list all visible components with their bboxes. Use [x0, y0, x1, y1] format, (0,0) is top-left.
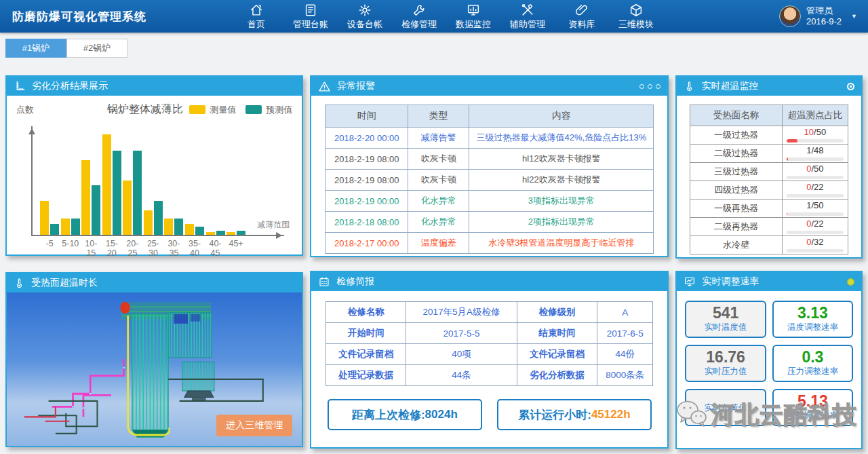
nav-item-home[interactable]: 首页: [239, 3, 274, 31]
nav-item-paperclip[interactable]: 资料库: [564, 3, 599, 31]
surface-name: 一级过热器: [690, 126, 782, 145]
nav-item-cube[interactable]: 三维模块: [618, 3, 654, 31]
bar-group: [163, 122, 184, 235]
nav-item-label: 检修管理: [401, 18, 437, 31]
chart-y-label: 点数: [16, 104, 34, 116]
overtemp-ratio: 10/50: [787, 128, 844, 137]
bar: [164, 219, 173, 235]
rate-label: 实时温度值: [705, 322, 747, 333]
tab-boiler-2[interactable]: #2锅炉: [66, 39, 127, 58]
y-axis: [31, 126, 33, 236]
alarm-row[interactable]: 2018-2-19 08:00吹灰卡顿hl22吹灰器卡顿报警: [326, 170, 654, 191]
bar: [154, 201, 163, 235]
x-axis: [31, 235, 284, 236]
nav-item-tools[interactable]: 辅助管理: [510, 3, 545, 31]
alarm-row[interactable]: 2018-2-17 00:00温度偏差水冷壁3根管道温度明显高于临近管排: [326, 233, 654, 254]
panel-title: 受热面超温时长: [31, 277, 98, 289]
alarm-cell: 2项指标出现异常: [469, 212, 654, 233]
alarm-cell: 2018-2-17 00:00: [326, 233, 408, 254]
rate-card: 16.76实时压力值: [685, 345, 766, 382]
circle-icon: [639, 84, 644, 89]
alarm-cell: 2018-2-19 08:00: [326, 149, 408, 170]
panel-title: 实时超温监控: [701, 80, 758, 92]
panel-rates-header: 实时调整速率: [677, 272, 861, 291]
alarm-row[interactable]: 2018-2-19 00:00化水异常3项指标出现异常: [326, 191, 654, 212]
paperclip-icon: [574, 3, 589, 18]
overtemp-ratio: 1/50: [787, 201, 844, 210]
since-last-maintenance-button[interactable]: 距离上次检修:8024h: [328, 399, 482, 430]
gear-icon: [357, 3, 372, 18]
overtemp-row[interactable]: 一级过热器10/50: [690, 126, 848, 145]
alarms-col-content: 内容: [469, 105, 654, 128]
chart-monitor-icon: [684, 276, 696, 288]
status-dot-icon[interactable]: [847, 278, 854, 286]
rate-card: 3.13温度调整速率: [772, 301, 853, 338]
enter-3d-management-button[interactable]: 进入三维管理: [216, 415, 292, 436]
surface-name: 三级过热器: [690, 163, 782, 181]
maintenance-label: 检修名称: [326, 302, 406, 323]
overtemp-row[interactable]: 三级过热器0/50: [690, 163, 848, 181]
alarm-row[interactable]: 2018-2-18 08:00化水异常2项指标出现异常: [326, 212, 654, 233]
maintenance-row: 处理记录数据44条劣化分析数据8000条条: [326, 365, 653, 386]
panel-degradation-analysis: 劣化分析结果展示 点数 锅炉整体减薄比 测量值预测值 减薄范围 -55-1010…: [5, 75, 303, 256]
overtemp-col-name: 受热面名称: [690, 105, 782, 126]
legend-label: 预测值: [266, 104, 292, 116]
alarm-row[interactable]: 2018-2-19 08:00吹灰卡顿hl12吹灰器卡顿报警: [326, 149, 654, 170]
nav-item-ledger[interactable]: 管理台账: [293, 3, 328, 31]
overtemp-row[interactable]: 一级再热器1/50: [690, 200, 848, 218]
surface-name: 二级过热器: [690, 145, 782, 163]
maintenance-label: 文件记录留档: [517, 344, 597, 365]
maintenance-value: 40项: [406, 344, 517, 365]
nav-item-label: 数据监控: [456, 18, 491, 31]
overtemp-row[interactable]: 二级再热器0/22: [690, 218, 848, 236]
nav-item-label: 管理台账: [293, 18, 328, 31]
nav-item-monitor-bars[interactable]: 数据监控: [456, 3, 491, 31]
x-tick-label: 25-30: [143, 239, 164, 258]
stat-label: 距离上次检修:: [352, 407, 425, 423]
nav-item-label: 首页: [248, 18, 265, 31]
alarms-header-menu[interactable]: [639, 84, 660, 89]
chart-title: 锅炉整体减薄比: [107, 102, 183, 117]
user-menu[interactable]: 管理员 2016-9-2 ▼: [779, 5, 868, 28]
maintenance-row: 文件记录留档40项文件记录留档44份: [326, 344, 653, 365]
home-icon: [249, 3, 264, 18]
app-title: 防磨防爆可视化管理系统: [0, 9, 239, 24]
chevron-down-icon[interactable]: ▼: [851, 13, 857, 20]
x-tick-label: 40-45: [205, 239, 226, 258]
chart-x-label: 减薄范围: [257, 219, 290, 231]
x-tick-label: 5-10: [60, 239, 81, 258]
overtemp-row[interactable]: 四级过热器0/22: [690, 181, 848, 200]
tab-boiler-1[interactable]: #1锅炉: [5, 39, 66, 58]
alarms-col-type: 类型: [408, 105, 469, 128]
total-running-hours-button[interactable]: 累计运行小时:45122h: [497, 399, 652, 430]
maintenance-value: 2017-6-5: [597, 323, 653, 344]
alarm-row[interactable]: 2018-2-20 00:00减薄告警三级过热器最大减薄值42%,危险点占比13…: [326, 128, 654, 149]
wrench-icon: [412, 3, 427, 18]
boiler-3d-view[interactable]: 进入三维管理: [7, 292, 302, 446]
bar: [92, 185, 100, 235]
nav-item-label: 设备台帐: [347, 18, 382, 31]
overtemp-row[interactable]: 二级过热器1/48: [690, 145, 848, 163]
maintenance-value: 8000条条: [597, 365, 653, 386]
nav-item-gear[interactable]: 设备台帐: [347, 3, 382, 31]
panel-alarms-header: 异常报警: [311, 77, 667, 96]
overtemp-col-ratio: 超温测点占比: [782, 105, 848, 126]
alarms-table: 时间 类型 内容 2018-2-20 00:00减薄告警三级过热器最大减薄值42…: [325, 105, 654, 254]
rate-label: 压力调整速率: [787, 366, 838, 377]
tools-icon: [520, 3, 535, 18]
rate-label: 负荷调整速率: [787, 410, 838, 421]
alarm-cell: 2018-2-19 00:00: [326, 191, 408, 212]
nav-item-wrench[interactable]: 检修管理: [401, 3, 437, 31]
status-ring-icon[interactable]: [847, 83, 854, 90]
rate-label: 实时负荷值: [705, 402, 747, 414]
x-tick-label: 45+: [226, 239, 247, 258]
overtemp-row[interactable]: 水冷壁0/32: [690, 236, 848, 254]
overtemp-ratio: 0/32: [787, 238, 844, 247]
alarm-cell: 温度偏差: [408, 233, 469, 254]
alarm-cell: hl22吹灰器卡顿报警: [469, 170, 654, 191]
bar: [113, 151, 121, 235]
alarm-cell: 吹灰卡顿: [408, 149, 469, 170]
panel-title: 检修简报: [336, 276, 374, 288]
bar-group: [205, 122, 226, 235]
legend-swatch: [189, 105, 205, 114]
